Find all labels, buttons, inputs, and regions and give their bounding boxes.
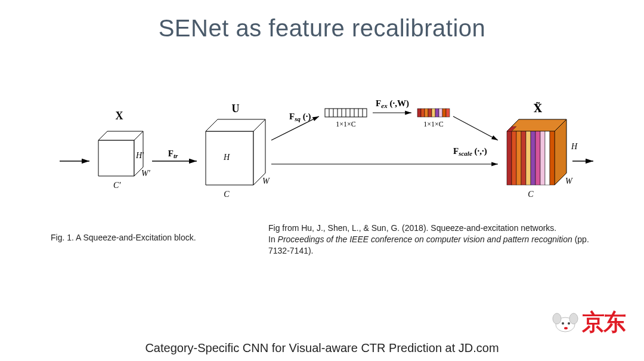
jd-text: 京东 — [582, 307, 625, 338]
svg-rect-26 — [439, 109, 442, 117]
svg-point-48 — [562, 322, 564, 325]
citation-line2a: In — [268, 235, 278, 244]
label-fex: Fex (·,W) — [376, 98, 409, 109]
cube-u: U H W C — [206, 103, 270, 199]
label-fscale: Fscale (·,·) — [453, 146, 487, 157]
label-w3: W — [565, 177, 573, 186]
jd-logo: 京东 — [549, 304, 626, 340]
svg-rect-24 — [432, 109, 435, 117]
label-c2: C — [224, 190, 230, 199]
squeeze-vector: 1×1×C — [325, 109, 367, 128]
label-c1: C′ — [113, 181, 121, 190]
label-x: X — [116, 110, 123, 122]
figure-caption: Fig. 1. A Squeeze-and-Excitation block. — [51, 233, 196, 242]
svg-marker-32 — [555, 119, 566, 185]
svg-rect-28 — [446, 109, 450, 117]
label-xt: X̃ — [534, 102, 542, 115]
jd-joy-icon — [549, 310, 578, 334]
svg-rect-20 — [417, 109, 421, 117]
se-block-diagram: X H′ W′ C′ Ftr U H W C Fsq (·) 1×1×C Fex… — [48, 84, 596, 227]
label-ex-size: 1×1×C — [423, 120, 444, 128]
slide-footer: Category-Specific CNN for Visual-aware C… — [0, 341, 644, 355]
svg-rect-33 — [507, 131, 512, 185]
label-h2: H — [223, 153, 230, 162]
svg-point-47 — [569, 313, 578, 324]
label-w1: W′ — [141, 169, 151, 178]
svg-rect-25 — [435, 109, 439, 117]
svg-point-50 — [564, 327, 568, 329]
label-sq-size: 1×1×C — [336, 120, 356, 128]
svg-rect-27 — [442, 109, 446, 117]
label-fsq: Fsq (·) — [289, 112, 311, 122]
label-c3: C — [528, 190, 534, 199]
svg-rect-39 — [535, 131, 540, 185]
citation-proceedings: Proceedings of the IEEE conference on co… — [278, 235, 572, 244]
label-u: U — [232, 103, 240, 115]
svg-marker-1 — [98, 140, 134, 176]
svg-point-46 — [553, 313, 561, 324]
svg-line-29 — [453, 116, 498, 140]
svg-rect-23 — [428, 109, 432, 117]
cube-x: X H′ W′ C′ — [98, 110, 151, 190]
svg-rect-37 — [526, 131, 531, 185]
svg-rect-40 — [540, 131, 545, 185]
svg-rect-38 — [531, 131, 535, 185]
svg-rect-21 — [421, 109, 425, 117]
citation-caption: Fig from Hu, J., Shen, L., & Sun, G. (20… — [268, 223, 590, 257]
svg-point-49 — [568, 322, 570, 325]
label-h3: H — [571, 142, 578, 151]
svg-rect-36 — [521, 131, 526, 185]
label-h1: H′ — [135, 151, 144, 160]
slide-title: SENet as feature recalibration — [0, 15, 644, 42]
svg-rect-42 — [550, 131, 555, 185]
label-w2: W — [262, 177, 270, 186]
svg-rect-35 — [516, 131, 521, 185]
label-ftr: Ftr — [168, 149, 178, 159]
cube-xtilde: X̃ H W C — [507, 102, 578, 199]
svg-marker-7 — [253, 119, 265, 185]
svg-rect-22 — [425, 109, 428, 117]
citation-line1: Fig from Hu, J., Shen, L., & Sun, G. (20… — [268, 223, 556, 233]
svg-rect-41 — [545, 131, 550, 185]
svg-rect-34 — [512, 131, 516, 185]
excite-vector: 1×1×C — [417, 109, 450, 128]
